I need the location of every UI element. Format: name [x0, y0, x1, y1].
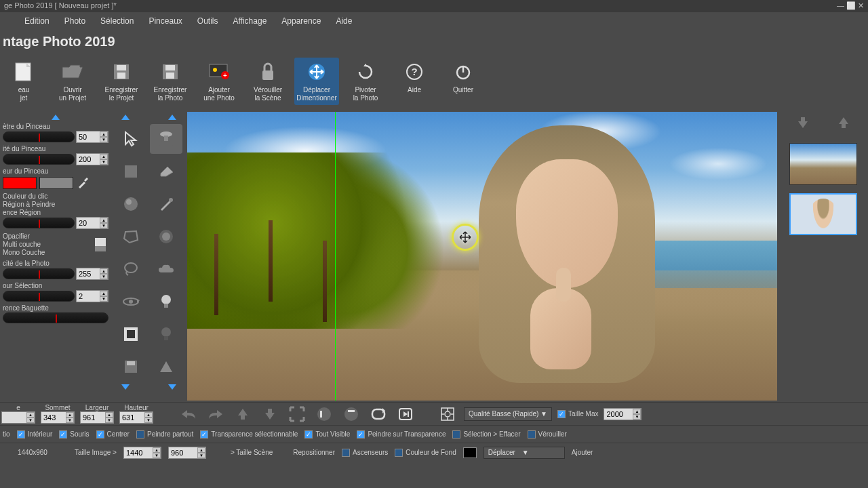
vertical-guide[interactable] [335, 112, 336, 401]
rotate3d-tool[interactable] [115, 287, 147, 317]
sphere-tool[interactable] [115, 189, 147, 219]
brush-color-swatch[interactable] [3, 177, 37, 189]
eraser-tool[interactable] [150, 157, 182, 186]
photo-opacity-input[interactable]: 255▲▼ [76, 268, 108, 280]
lock-scene-button[interactable]: Vérouillerla Scène [245, 58, 290, 105]
nav-down-icon[interactable] [259, 405, 281, 423]
move-resize-button[interactable]: DéplacerDimentionner [294, 58, 339, 105]
menu-appearance[interactable]: Apparence [275, 14, 328, 28]
menu-help[interactable]: Aide [329, 14, 359, 28]
move-mode-select[interactable]: Déplacer▼ [484, 447, 565, 459]
collapse-toggle-icon[interactable] [52, 115, 60, 120]
brush-opacity-slider[interactable] [3, 154, 75, 165]
add-photo-button[interactable]: + Ajouterune Photo [197, 58, 241, 105]
brush-opacity-input[interactable]: 200▲▼ [76, 153, 108, 165]
max-size-checkbox[interactable]: ✓Taille Max [557, 410, 598, 418]
loop-icon[interactable] [368, 405, 389, 423]
bgcolor-checkbox[interactable]: Couleur de Fond [395, 449, 456, 457]
redo-icon[interactable] [205, 405, 226, 423]
open-project-button[interactable]: Ouvrirun Projet [50, 58, 95, 105]
menu-selection[interactable]: Sélection [94, 14, 140, 28]
tool-col1-toggle-down[interactable] [121, 384, 130, 390]
trans-sel-checkbox[interactable]: ✓Transparence sélectionnable [200, 430, 298, 439]
top-input[interactable]: 343▲▼ [41, 411, 75, 424]
image-height-input[interactable]: 960▲▼ [168, 447, 206, 459]
menu-edit[interactable]: Edition [18, 14, 56, 28]
move-cursor-target[interactable] [452, 224, 479, 251]
polygon-tool[interactable] [115, 222, 147, 251]
reposition-button[interactable]: Repositionner [293, 449, 335, 456]
layer-thumbnail-foreground[interactable] [789, 193, 857, 235]
play-next-icon[interactable] [395, 405, 416, 423]
region-tolerance-slider[interactable] [3, 218, 75, 228]
bgcolor-swatch[interactable] [463, 447, 477, 458]
add-button[interactable]: Ajouter [572, 449, 593, 456]
window-controls[interactable]: — ⬜ ✕ [837, 1, 864, 11]
bulb-on-tool[interactable] [150, 287, 182, 317]
wand-slider[interactable] [3, 312, 108, 323]
rotate-photo-button[interactable]: Pivoterla Photo [343, 58, 388, 105]
interior-checkbox[interactable]: ✓Intérieur [17, 430, 53, 439]
menu-tools[interactable]: Outils [191, 14, 225, 28]
stamp-tool[interactable] [150, 124, 182, 154]
canvas-foreground-person[interactable] [431, 125, 703, 401]
help-button[interactable]: ? Aide [392, 58, 437, 97]
height-input[interactable]: 631▲▼ [119, 411, 153, 424]
paint-all-checkbox[interactable]: Peindre partout [136, 430, 193, 439]
lock-checkbox[interactable]: Vérouiller [528, 430, 567, 439]
new-project-button[interactable]: eaujet [1, 58, 46, 105]
save-project-button[interactable]: Enregistrerle Projet [99, 58, 144, 105]
tool-col2-toggle-down[interactable] [168, 384, 176, 390]
canvas[interactable] [187, 112, 777, 401]
photo-opacity-slider[interactable] [3, 268, 75, 279]
sel-erase-checkbox[interactable]: Sélection > Effacer [452, 430, 520, 439]
eyedropper-icon[interactable] [76, 176, 90, 190]
layer-up-icon[interactable] [837, 116, 850, 129]
scene-size-button[interactable]: > Taille Scène [231, 449, 273, 456]
max-size-input[interactable]: 2000▲▼ [604, 408, 642, 420]
ratio-checkbox[interactable]: tio [3, 430, 10, 438]
tool-col1-toggle[interactable] [121, 115, 130, 120]
region-tolerance-input[interactable]: 20▲▼ [76, 217, 108, 229]
layer-down-icon[interactable] [797, 116, 809, 129]
pointer-tool[interactable] [115, 124, 147, 154]
rect-tool[interactable] [115, 157, 147, 186]
save-photo-button[interactable]: Enregistrerla Photo [148, 58, 193, 105]
brush-diameter-input[interactable]: 50▲▼ [76, 131, 108, 143]
bulb-off-tool[interactable] [150, 319, 182, 349]
contour-slider[interactable] [3, 291, 75, 302]
brush-tool[interactable] [150, 189, 182, 219]
cloud-tool[interactable] [150, 254, 182, 284]
quit-button[interactable]: Quitter [441, 58, 486, 97]
blur-tool[interactable] [150, 222, 182, 251]
elevators-checkbox[interactable]: Ascenseurs [342, 449, 388, 457]
target-icon[interactable] [437, 405, 458, 423]
menu-photo[interactable]: Photo [58, 14, 92, 28]
menu-brushes[interactable]: Pinceaux [142, 14, 189, 28]
layer-thumbnail-background[interactable] [789, 143, 857, 185]
all-visible-checkbox[interactable]: ✓Tout Visible [304, 430, 350, 439]
width-input[interactable]: 961▲▼ [80, 411, 114, 424]
frame-tool[interactable] [115, 319, 147, 349]
lasso-tool[interactable] [115, 254, 147, 284]
triangle-tool[interactable] [150, 352, 182, 382]
eraser-block-icon[interactable] [92, 235, 108, 254]
image-width-input[interactable]: 1440▲▼ [123, 447, 161, 459]
brush-diameter-slider[interactable] [3, 131, 75, 142]
paint-trans-checkbox[interactable]: ✓Peindre sur Transparence [357, 430, 446, 439]
contour-input[interactable]: 2▲▼ [76, 290, 108, 302]
fit-screen-icon[interactable] [286, 405, 308, 423]
quality-select[interactable]: Qualité Basse (Rapide)▼ [464, 407, 552, 421]
brush-color-alt-swatch[interactable] [39, 177, 73, 189]
tool-col2-toggle[interactable] [168, 115, 176, 120]
menu-file[interactable] [3, 18, 16, 24]
align-left-icon[interactable] [313, 405, 335, 423]
menu-view[interactable]: Affichage [226, 14, 274, 28]
undo-icon[interactable] [178, 405, 199, 423]
align-top-icon[interactable] [340, 405, 362, 423]
left-input[interactable]: ▲▼ [1, 411, 35, 424]
center-checkbox[interactable]: ✓Centrer [96, 430, 130, 439]
mouse-checkbox[interactable]: ✓Souris [59, 430, 89, 439]
nav-up-icon[interactable] [232, 405, 254, 423]
save-tool[interactable] [115, 352, 147, 382]
